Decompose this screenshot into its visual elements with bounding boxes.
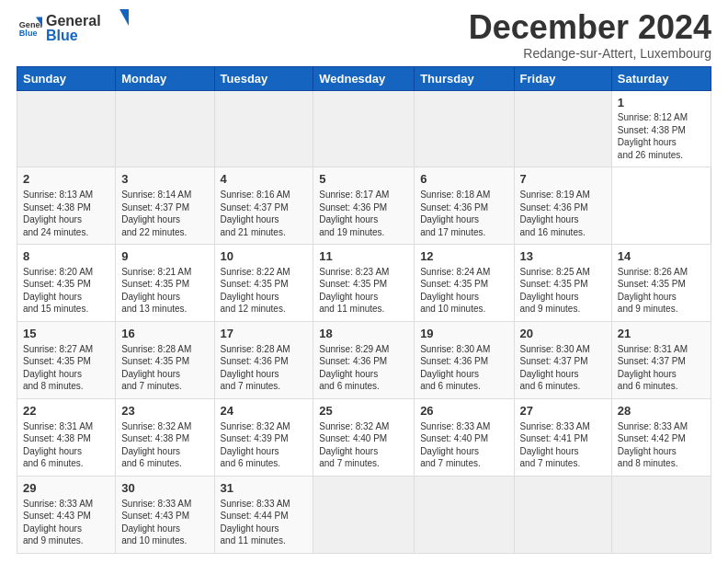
table-row: 15 Sunrise: 8:27 AMSunset: 4:35 PMDaylig… [17,322,116,399]
day-info: Sunrise: 8:25 AMSunset: 4:35 PMDaylight … [520,267,590,315]
day-number: 5 [319,171,408,188]
day-info: Sunrise: 8:17 AMSunset: 4:36 PMDaylight … [319,190,389,237]
svg-text:Blue: Blue [46,28,78,43]
table-row [116,90,214,167]
col-tuesday: Tuesday [214,66,313,90]
table-row: 2 Sunrise: 8:13 AMSunset: 4:38 PMDayligh… [17,167,116,245]
day-info: Sunrise: 8:33 AMSunset: 4:40 PMDaylight … [420,421,490,469]
day-info: Sunrise: 8:27 AMSunset: 4:35 PMDaylight … [23,344,93,392]
day-info: Sunrise: 8:28 AMSunset: 4:35 PMDaylight … [121,344,191,392]
day-number: 9 [121,248,208,265]
day-number: 28 [618,403,705,419]
calendar-week-row: 2 Sunrise: 8:13 AMSunset: 4:38 PMDayligh… [17,167,711,245]
header: General Blue General Blue December 202 [17,9,711,61]
table-row: 9 Sunrise: 8:21 AMSunset: 4:35 PMDayligh… [116,245,214,322]
day-number: 21 [618,326,705,342]
table-row: 5 Sunrise: 8:17 AMSunset: 4:36 PMDayligh… [313,167,415,245]
table-row: 13 Sunrise: 8:25 AMSunset: 4:35 PMDaylig… [514,245,611,322]
table-row: 4 Sunrise: 8:16 AMSunset: 4:37 PMDayligh… [214,167,313,245]
table-row: 16 Sunrise: 8:28 AMSunset: 4:35 PMDaylig… [116,322,214,399]
day-number: 8 [23,248,109,265]
day-number: 6 [420,171,507,188]
table-row: 31 Sunrise: 8:33 AMSunset: 4:44 PMDaylig… [214,477,313,554]
calendar-week-row: 22 Sunrise: 8:31 AMSunset: 4:38 PMDaylig… [17,399,711,477]
logo: General Blue General Blue [17,9,129,44]
day-number: 12 [420,248,507,265]
table-row: 24 Sunrise: 8:32 AMSunset: 4:39 PMDaylig… [214,399,313,477]
day-info: Sunrise: 8:30 AMSunset: 4:36 PMDaylight … [420,344,490,392]
table-row: 11 Sunrise: 8:23 AMSunset: 4:35 PMDaylig… [313,245,415,322]
table-row: 25 Sunrise: 8:32 AMSunset: 4:40 PMDaylig… [313,399,415,477]
table-row: 26 Sunrise: 8:33 AMSunset: 4:40 PMDaylig… [415,399,514,477]
day-number: 3 [121,171,208,188]
day-number: 24 [221,403,308,419]
calendar-week-row: 15 Sunrise: 8:27 AMSunset: 4:35 PMDaylig… [17,322,711,399]
day-info: Sunrise: 8:21 AMSunset: 4:35 PMDaylight … [121,267,191,315]
table-row: 7 Sunrise: 8:19 AMSunset: 4:36 PMDayligh… [514,167,611,245]
day-number: 10 [221,248,308,265]
table-row [415,477,514,554]
day-info: Sunrise: 8:18 AMSunset: 4:36 PMDaylight … [420,190,490,237]
table-row: 12 Sunrise: 8:24 AMSunset: 4:35 PMDaylig… [415,245,514,322]
day-number: 13 [520,248,606,265]
table-row: 20 Sunrise: 8:30 AMSunset: 4:37 PMDaylig… [514,322,611,399]
calendar-week-row: 1 Sunrise: 8:12 AMSunset: 4:38 PMDayligh… [17,90,711,167]
table-row: 23 Sunrise: 8:32 AMSunset: 4:38 PMDaylig… [116,399,214,477]
table-row: 27 Sunrise: 8:33 AMSunset: 4:41 PMDaylig… [514,399,611,477]
col-monday: Monday [116,66,214,90]
svg-text:Blue: Blue [19,29,38,38]
day-info: Sunrise: 8:22 AMSunset: 4:35 PMDaylight … [221,267,290,315]
svg-marker-6 [119,9,129,26]
table-row [313,90,415,167]
table-row: 8 Sunrise: 8:20 AMSunset: 4:35 PMDayligh… [17,245,116,322]
day-number: 23 [121,403,208,419]
table-row: 1 Sunrise: 8:12 AMSunset: 4:38 PMDayligh… [611,90,711,167]
table-row [514,90,611,167]
col-saturday: Saturday [611,66,711,90]
col-thursday: Thursday [415,66,514,90]
day-number: 17 [221,326,308,342]
table-row: 18 Sunrise: 8:29 AMSunset: 4:36 PMDaylig… [313,322,415,399]
calendar-week-row: 8 Sunrise: 8:20 AMSunset: 4:35 PMDayligh… [17,245,711,322]
day-info: Sunrise: 8:24 AMSunset: 4:35 PMDaylight … [420,267,490,315]
day-number: 14 [618,248,705,265]
day-info: Sunrise: 8:31 AMSunset: 4:37 PMDaylight … [618,344,688,392]
day-number: 31 [221,480,308,497]
table-row [313,477,415,554]
col-sunday: Sunday [17,66,116,90]
day-number: 16 [121,326,208,342]
table-row [611,477,711,554]
day-number: 20 [520,326,606,342]
table-row: 22 Sunrise: 8:31 AMSunset: 4:38 PMDaylig… [17,399,116,477]
title-area: December 2024 Redange-sur-Attert, Luxemb… [469,9,711,61]
day-info: Sunrise: 8:26 AMSunset: 4:35 PMDaylight … [618,267,688,315]
day-info: Sunrise: 8:33 AMSunset: 4:42 PMDaylight … [618,421,688,469]
col-friday: Friday [514,66,611,90]
table-row: 19 Sunrise: 8:30 AMSunset: 4:36 PMDaylig… [415,322,514,399]
day-info: Sunrise: 8:12 AMSunset: 4:38 PMDaylight … [618,112,688,160]
month-title: December 2024 [469,9,711,46]
day-info: Sunrise: 8:30 AMSunset: 4:37 PMDaylight … [520,344,590,392]
day-info: Sunrise: 8:19 AMSunset: 4:36 PMDaylight … [520,190,590,237]
day-number: 29 [23,480,109,497]
day-info: Sunrise: 8:33 AMSunset: 4:43 PMDaylight … [121,499,191,546]
calendar-header-row: Sunday Monday Tuesday Wednesday Thursday… [17,66,711,90]
day-number: 18 [319,326,408,342]
logo-area: General Blue General Blue [17,9,129,44]
table-row: 14 Sunrise: 8:26 AMSunset: 4:35 PMDaylig… [611,245,711,322]
day-number: 1 [618,95,705,111]
day-info: Sunrise: 8:32 AMSunset: 4:39 PMDaylight … [221,421,290,469]
table-row: 28 Sunrise: 8:33 AMSunset: 4:42 PMDaylig… [611,399,711,477]
day-number: 22 [23,403,109,419]
day-number: 30 [121,480,208,497]
day-info: Sunrise: 8:28 AMSunset: 4:36 PMDaylight … [221,344,290,392]
day-number: 19 [420,326,507,342]
day-number: 2 [23,171,109,188]
table-row: 29 Sunrise: 8:33 AMSunset: 4:43 PMDaylig… [17,477,116,554]
day-info: Sunrise: 8:31 AMSunset: 4:38 PMDaylight … [23,421,93,469]
day-info: Sunrise: 8:32 AMSunset: 4:38 PMDaylight … [121,421,191,469]
calendar-table: Sunday Monday Tuesday Wednesday Thursday… [17,66,711,554]
calendar-week-row: 29 Sunrise: 8:33 AMSunset: 4:43 PMDaylig… [17,477,711,554]
logo-icon: General Blue [17,14,42,40]
table-row [17,90,116,167]
